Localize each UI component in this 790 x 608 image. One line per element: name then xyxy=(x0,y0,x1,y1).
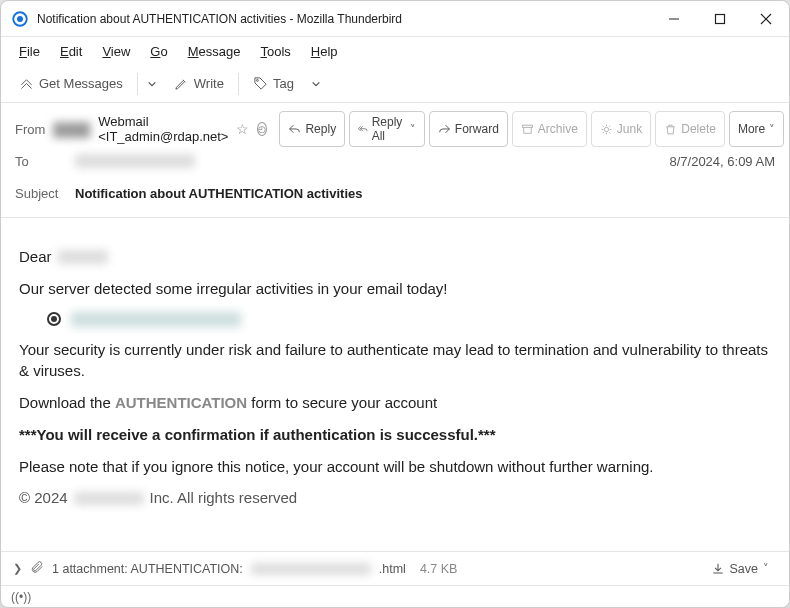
menu-message[interactable]: Message xyxy=(180,41,249,62)
forward-button[interactable]: Forward xyxy=(429,111,508,147)
maximize-button[interactable] xyxy=(697,1,743,37)
menubar: File Edit View Go Message Tools Help xyxy=(1,37,789,65)
to-label: To xyxy=(15,154,67,169)
get-messages-label: Get Messages xyxy=(39,76,123,91)
chevron-down-icon: ˅ xyxy=(763,562,769,575)
get-messages-dropdown[interactable] xyxy=(144,79,160,89)
close-button[interactable] xyxy=(743,1,789,37)
message-header: From ████ Webmail <IT_admin@rdap.net> ☆ … xyxy=(1,103,789,218)
minimize-button[interactable] xyxy=(651,1,697,37)
svg-point-8 xyxy=(604,127,608,131)
message-body: Dear Our server detected some irregular … xyxy=(1,218,789,551)
body-paragraph-5: Please note that if you ignore this noti… xyxy=(19,456,771,478)
menu-help[interactable]: Help xyxy=(303,41,346,62)
separator xyxy=(238,73,239,95)
delete-button[interactable]: Delete xyxy=(655,111,725,147)
menu-view[interactable]: View xyxy=(94,41,138,62)
body-paragraph-1: Our server detected some irregular activ… xyxy=(19,278,771,300)
broadcast-icon[interactable]: ((•)) xyxy=(11,590,31,604)
expand-icon[interactable]: ❯ xyxy=(13,562,22,575)
menu-edit[interactable]: Edit xyxy=(52,41,90,62)
from-address: Webmail <IT_admin@rdap.net> xyxy=(98,114,228,144)
menu-go[interactable]: Go xyxy=(142,41,175,62)
bullet-item xyxy=(47,312,771,327)
tag-label: Tag xyxy=(273,76,294,91)
info-icon[interactable]: ◴ xyxy=(257,122,267,136)
toolbar: Get Messages Write Tag xyxy=(1,65,789,103)
svg-rect-7 xyxy=(522,125,532,127)
paperclip-icon xyxy=(30,560,44,577)
from-name-redacted: ████ xyxy=(53,122,90,137)
copyright-line: © 2024 Inc. All rights reserved xyxy=(19,487,771,509)
tag-dropdown[interactable] xyxy=(308,79,324,89)
attachment-name-redacted xyxy=(251,563,371,575)
save-attachment-button[interactable]: Save ˅ xyxy=(703,559,778,579)
radio-icon xyxy=(47,312,61,326)
menu-file[interactable]: File xyxy=(11,41,48,62)
get-messages-button[interactable]: Get Messages xyxy=(11,72,131,95)
message-datetime: 8/7/2024, 6:09 AM xyxy=(669,154,775,169)
more-button[interactable]: More ˅ xyxy=(729,111,784,147)
status-bar: ((•)) xyxy=(1,585,789,607)
star-icon[interactable]: ☆ xyxy=(236,121,249,137)
body-paragraph-2: Your security is currently under risk an… xyxy=(19,339,771,383)
svg-point-6 xyxy=(256,79,258,81)
app-window: Notification about AUTHENTICATION activi… xyxy=(0,0,790,608)
app-icon xyxy=(11,10,29,28)
junk-button[interactable]: Junk xyxy=(591,111,651,147)
archive-button[interactable]: Archive xyxy=(512,111,587,147)
attachment-bar: ❯ 1 attachment: AUTHENTICATION: .html 4.… xyxy=(1,551,789,585)
separator xyxy=(137,73,138,95)
write-button[interactable]: Write xyxy=(166,72,232,95)
attachment-size: 4.7 KB xyxy=(420,562,458,576)
attachment-ext: .html xyxy=(379,562,406,576)
greeting: Dear xyxy=(19,246,52,268)
menu-tools[interactable]: Tools xyxy=(252,41,298,62)
window-title: Notification about AUTHENTICATION activi… xyxy=(37,12,402,26)
chevron-down-icon: ˅ xyxy=(769,123,775,136)
subject-label: Subject xyxy=(15,186,67,201)
to-address-redacted xyxy=(75,154,195,168)
titlebar: Notification about AUTHENTICATION activi… xyxy=(1,1,789,37)
chevron-down-icon: ˅ xyxy=(410,123,416,136)
company-redacted xyxy=(74,492,144,505)
body-paragraph-4: ***You will receive a confirmation if au… xyxy=(19,424,771,446)
body-paragraph-3: Download the AUTHENTICATION form to secu… xyxy=(19,392,771,414)
from-label: From xyxy=(15,122,45,137)
subject-value: Notification about AUTHENTICATION activi… xyxy=(75,186,362,201)
bullet-redacted xyxy=(71,312,241,327)
tag-button[interactable]: Tag xyxy=(245,72,302,95)
svg-rect-3 xyxy=(716,14,725,23)
reply-button[interactable]: Reply xyxy=(279,111,345,147)
attachment-text: 1 attachment: AUTHENTICATION: xyxy=(52,562,243,576)
svg-point-1 xyxy=(17,16,23,22)
recipient-redacted xyxy=(58,250,108,264)
write-label: Write xyxy=(194,76,224,91)
reply-all-button[interactable]: Reply All ˅ xyxy=(349,111,425,147)
